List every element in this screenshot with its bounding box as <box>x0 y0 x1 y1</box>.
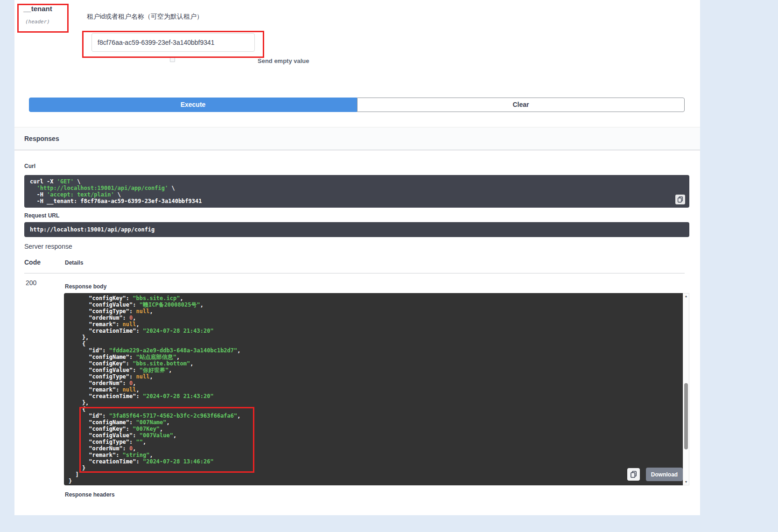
send-empty-value-label: Send empty value <box>258 57 309 64</box>
status-code: 200 <box>26 279 36 287</box>
response-body-block: "configKey": "bbs.site.icp", "configValu… <box>64 293 689 485</box>
copy-curl-icon[interactable] <box>675 195 685 204</box>
operation-panel: __tenant (header) 租户id或者租户名称（可空为默认租户） Se… <box>14 0 700 515</box>
parameter-description: 租户id或者租户名称（可空为默认租户） <box>87 13 203 21</box>
send-empty-value-checkbox[interactable] <box>170 57 175 62</box>
tenant-input[interactable] <box>91 33 255 52</box>
table-divider <box>24 273 685 273</box>
request-url-block: http://localhost:19001/api/app/config <box>24 222 689 237</box>
curl-code: curl -X 'GET' \ 'http://localhost:19001/… <box>24 175 689 208</box>
scroll-down-arrow-icon[interactable]: ▼ <box>683 479 689 485</box>
download-button[interactable]: Download <box>646 468 683 481</box>
copy-response-icon[interactable] <box>627 468 640 481</box>
execute-button[interactable]: Execute <box>29 98 357 112</box>
responses-section-header: Responses <box>14 127 700 150</box>
code-column-header: Code <box>24 259 41 266</box>
copy-icon <box>677 196 683 203</box>
request-url-label: Request URL <box>24 212 59 219</box>
details-column-header: Details <box>65 259 83 266</box>
response-body-code: "configKey": "bbs.site.icp", "configValu… <box>64 293 683 485</box>
clear-button[interactable]: Clear <box>357 98 685 112</box>
response-headers-label: Response headers <box>65 491 115 498</box>
swagger-ui-page: { "colors": { "page_bg": "#e0eaf6", "pan… <box>0 0 778 532</box>
copy-icon <box>630 471 637 478</box>
responses-title: Responses <box>24 135 59 142</box>
request-url-value: http://localhost:19001/api/app/config <box>24 222 689 237</box>
server-response-label: Server response <box>24 243 72 250</box>
curl-block: curl -X 'GET' \ 'http://localhost:19001/… <box>24 175 689 208</box>
scrollbar-thumb[interactable] <box>684 383 688 449</box>
response-body-scrollbar[interactable]: ▲ ▼ <box>683 293 689 485</box>
curl-label: Curl <box>24 163 35 169</box>
parameter-name: __tenant <box>23 5 52 13</box>
response-body-label: Response body <box>65 283 106 290</box>
parameter-location: (header) <box>25 19 50 25</box>
scroll-up-arrow-icon[interactable]: ▲ <box>683 294 689 299</box>
